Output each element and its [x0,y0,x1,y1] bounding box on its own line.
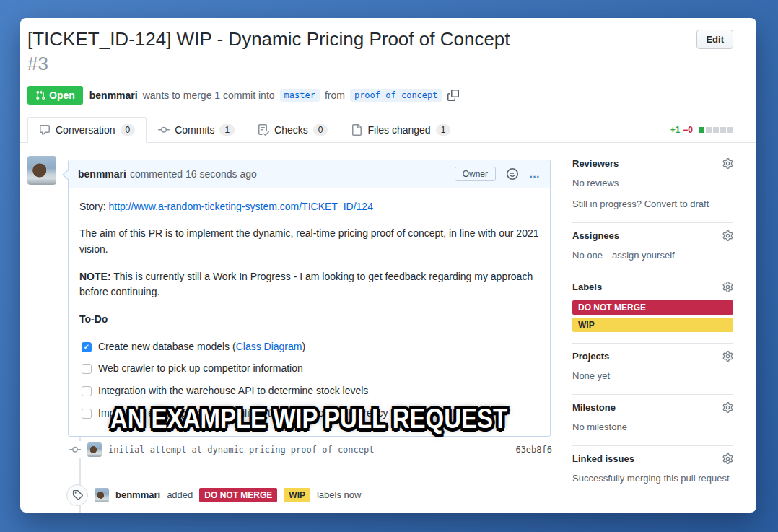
pr-author[interactable]: benmmari [89,90,138,101]
author-avatar[interactable] [27,156,56,185]
gear-icon[interactable] [722,402,733,413]
tab-checks[interactable]: Checks 0 [246,117,339,143]
comment-header: benmmari commented 16 seconds ago Owner … [69,160,550,188]
comment-icon [39,124,51,136]
owner-badge: Owner [455,167,496,181]
pr-meta-row: Open benmmari wants to merge 1 commit in… [27,86,733,105]
diffstat-additions: +1 [670,125,681,135]
linked-issues-heading: Linked issues [572,453,634,464]
commit-icon [158,124,170,136]
tab-commits-label: Commits [175,124,214,136]
label-chip-do-not-merge[interactable]: DO NOT MERGE [199,488,277,502]
diffstat-deletions: −0 [683,125,693,135]
reviewers-heading-row[interactable]: Reviewers [572,158,733,169]
comment-meta: commented 16 seconds ago [130,168,257,180]
tab-files-count: 1 [436,124,451,136]
commit-message[interactable]: initial attempt at dynamic pricing proof… [108,445,374,455]
pr-byline: benmmari wants to merge 1 commit into ma… [89,89,459,102]
comment-author[interactable]: benmmari [78,168,126,180]
file-icon [351,124,362,136]
smiley-icon [507,168,518,180]
task-text: Create new database models (Class Diagra… [98,339,305,355]
labels-heading-row[interactable]: Labels [572,282,733,292]
tab-conversation[interactable]: Conversation 0 [27,117,147,143]
pr-title: [TICKET_ID-124] WIP - Dynamic Pricing Pr… [27,27,733,52]
task-text: Integration with the warehouse API to de… [98,383,368,399]
convert-to-draft-text[interactable]: Still in progress? Convert to draft [572,198,733,212]
milestone-heading: Milestone [572,402,616,413]
conversation-timeline: benmmari commented 16 seconds ago Owner … [27,154,556,513]
merge-text: wants to merge 1 commit into [143,90,275,101]
sidebar-label-do-not-merge[interactable]: DO NOT MERGE [572,300,733,315]
story-link[interactable]: http://www.a-random-ticketing-system.com… [108,201,372,212]
commit-sha[interactable]: 63eb8f6 [515,445,552,455]
task-checkbox[interactable] [82,364,92,374]
tab-commits-count: 1 [219,124,235,136]
tab-files-changed[interactable]: Files changed 1 [339,117,462,143]
label-event-author[interactable]: benmmari [115,489,160,500]
description-paragraph: The aim of this PR is to implement the d… [79,226,539,257]
label-event-action: added [167,489,193,500]
diffstat-block-neutral [727,127,733,133]
tab-checks-label: Checks [274,124,308,136]
state-badge-label: Open [49,90,75,101]
diffstat-block-added [699,127,704,133]
milestone-heading-row[interactable]: Milestone [572,402,733,413]
from-text: from [325,90,345,101]
sidebar-section-projects: Projects None yet [572,344,733,395]
gear-icon[interactable] [722,230,733,241]
sidebar-section-labels: Labels DO NOT MERGE WIP [572,274,733,344]
state-badge-open: Open [27,86,83,105]
sidebar-label-wip[interactable]: WIP [572,318,733,332]
milestone-empty-text: No milestone [572,421,733,435]
sidebar-section-assignees: Assignees No one—assign yourself [572,223,733,274]
assignees-empty-text[interactable]: No one—assign yourself [572,249,733,263]
edit-button[interactable]: Edit [696,30,733,49]
pr-header: Edit [TICKET_ID-124] WIP - Dynamic Prici… [20,18,756,105]
tab-conversation-count: 0 [121,124,136,136]
copy-icon [447,90,459,101]
sidebar-section-milestone: Milestone No milestone [572,395,733,446]
commit-event: initial attempt at dynamic pricing proof… [68,441,552,458]
assignees-heading-row[interactable]: Assignees [572,230,733,241]
note-label: NOTE: [79,271,111,282]
linked-issues-text: Successfully merging this pull request [572,472,733,486]
task-item: Integration with the warehouse API to de… [82,383,539,399]
task-checkbox[interactable] [82,386,92,396]
projects-empty-text: None yet [572,370,733,383]
pull-request-page: Edit [TICKET_ID-124] WIP - Dynamic Prici… [20,18,756,513]
sidebar-section-reviewers: Reviewers No reviews Still in progress? … [572,154,733,224]
head-branch-chip[interactable]: proof_of_concept [350,89,442,102]
task-item: Web crawler to pick up competitor inform… [82,361,539,377]
gear-icon[interactable] [722,282,733,292]
gear-icon[interactable] [722,158,733,169]
projects-heading-row[interactable]: Projects [572,351,733,362]
diffstat-block-neutral [713,127,719,133]
gear-icon[interactable] [722,351,733,362]
class-diagram-link[interactable]: Class Diagram [236,341,302,352]
add-reaction-button[interactable] [507,168,518,180]
tab-files-label: Files changed [367,124,430,136]
caption-overlay: AN EXAMPLE WIP PULL REQUEST [64,404,554,435]
diffstat: +1 −0 [670,125,733,142]
checks-icon [258,124,269,136]
comment-options-button[interactable]: … [529,171,541,177]
diffstat-block-neutral [706,127,712,133]
commit-author-avatar[interactable] [87,442,102,457]
tab-conversation-label: Conversation [56,124,115,136]
label-event-avatar[interactable] [95,488,109,502]
label-chip-wip[interactable]: WIP [284,488,310,502]
copy-branch-button[interactable] [447,90,459,101]
gear-icon[interactable] [722,453,733,464]
story-line: Story: http://www.a-random-ticketing-sys… [79,199,539,215]
pr-sidebar: Reviewers No reviews Still in progress? … [572,154,733,513]
pull-request-icon [35,90,45,100]
comment-body: Story: http://www.a-random-ticketing-sys… [69,188,550,437]
sidebar-section-linked-issues: Linked issues Successfully merging this … [572,446,733,497]
tab-commits[interactable]: Commits 1 [147,117,246,143]
base-branch-chip[interactable]: master [280,89,320,102]
task-checkbox[interactable] [82,342,92,352]
linked-issues-heading-row[interactable]: Linked issues [572,453,733,464]
tag-badge [66,484,88,506]
label-event: benmmari added DO NOT MERGE WIP labels n… [66,484,551,506]
